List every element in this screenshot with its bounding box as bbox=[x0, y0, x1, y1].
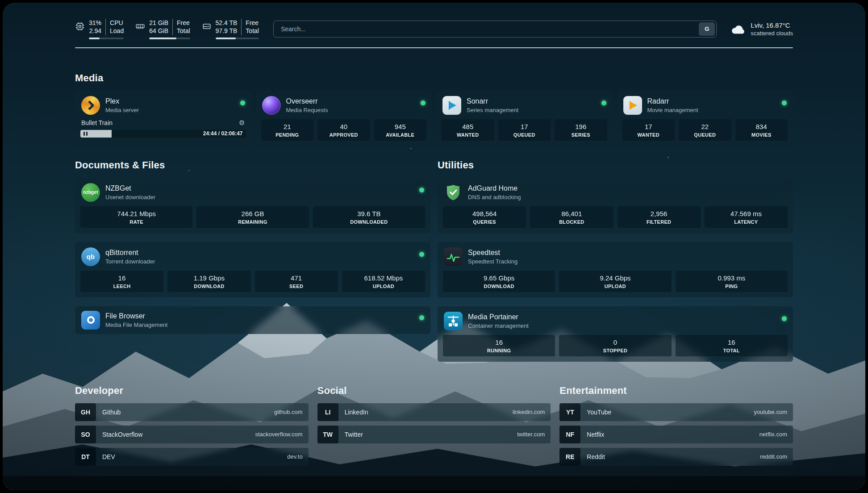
bookmark-name: Reddit bbox=[587, 453, 605, 460]
service-card-overseerr[interactable]: Overseerr Media Requests 21 PENDING bbox=[256, 91, 432, 146]
bookmark-stackoverflow[interactable]: SO StackOverflow stackoverflow.com bbox=[75, 426, 309, 443]
section-utilities: Utilities bbox=[438, 159, 793, 362]
cpu-widget: 31% 2.94 CPU Load bbox=[75, 19, 124, 39]
cpu-percent: 31% bbox=[89, 19, 101, 27]
top-bar: 31% 2.94 CPU Load bbox=[75, 3, 793, 39]
bookmark-name: DEV bbox=[102, 453, 115, 460]
status-dot bbox=[601, 100, 606, 105]
service-subtitle: Series management bbox=[467, 107, 518, 113]
service-card-adguard[interactable]: AdGuard Home DNS and adblocking 498,564 … bbox=[438, 178, 793, 233]
stat-available: 945 AVAILABLE bbox=[374, 119, 427, 141]
disk-label-top: Free bbox=[246, 19, 259, 27]
bookmark-name: LinkedIn bbox=[345, 409, 368, 416]
service-title: Plex bbox=[105, 97, 139, 105]
stat-upload: 618.52 Mbps UPLOAD bbox=[342, 271, 425, 292]
service-title: Speedtest bbox=[468, 249, 517, 257]
section-media: Media Plex Media server bbox=[75, 72, 793, 146]
stat-seed: 471 SEED bbox=[255, 271, 338, 292]
service-card-radarr[interactable]: Radarr Movie management 17 WANTED 2 bbox=[617, 91, 793, 146]
service-title: Radarr bbox=[647, 97, 698, 105]
bookmark-url: linkedin.com bbox=[513, 409, 545, 415]
bookmark-url: github.com bbox=[274, 409, 303, 415]
section-title-developer: Developer bbox=[75, 385, 309, 397]
disk-total: 97.9 TB bbox=[216, 27, 238, 35]
radarr-icon bbox=[623, 96, 642, 115]
pause-icon[interactable] bbox=[83, 132, 88, 136]
service-subtitle: Media File Management bbox=[105, 322, 167, 328]
disk-free: 52.4 TB bbox=[216, 19, 238, 27]
bookmark-twitter[interactable]: TW Twitter twitter.com bbox=[317, 426, 551, 443]
section-title-social: Social bbox=[317, 385, 551, 397]
stat-wanted: 485 WANTED bbox=[442, 119, 494, 141]
section-title-media: Media bbox=[75, 72, 793, 84]
stat-running: 16 RUNNING bbox=[443, 335, 555, 356]
bookmark-reddit[interactable]: RE Reddit reddit.com bbox=[559, 448, 793, 466]
memory-widget: 21 GiB 64 GiB Free Total bbox=[135, 19, 190, 39]
now-playing-row: Bullet Train ⚙ bbox=[80, 119, 246, 130]
service-title: Overseerr bbox=[286, 97, 328, 105]
weather-condition: scattered clouds bbox=[751, 30, 793, 37]
stat-downloaded: 39.6 TB DOWNLOADED bbox=[313, 206, 425, 228]
stat-queued: 22 QUEUED bbox=[679, 119, 731, 141]
bookmark-dev[interactable]: DT DEV dev.to bbox=[75, 448, 309, 466]
cpu-icon bbox=[75, 21, 85, 31]
bookmark-abbr: SO bbox=[75, 426, 96, 443]
service-card-speedtest[interactable]: Speedtest Speedtest Tracking 9.65 Gbps D… bbox=[438, 242, 793, 297]
stat-latency: 47.569 ms LATENCY bbox=[705, 206, 788, 228]
bookmark-youtube[interactable]: YT YouTube youtube.com bbox=[559, 403, 793, 421]
bookmark-url: stackoverflow.com bbox=[255, 431, 302, 438]
stat-rate: 744.21 Mbps RATE bbox=[80, 206, 192, 228]
cloud-icon bbox=[730, 22, 746, 36]
stat-download: 1.19 Gbps DOWNLOAD bbox=[167, 271, 250, 292]
service-title: qBittorrent bbox=[105, 249, 155, 257]
section-title-utilities: Utilities bbox=[438, 159, 793, 171]
bookmark-linkedin[interactable]: LI LinkedIn linkedin.com bbox=[317, 403, 551, 421]
stat-filtered: 2,956 FILTERED bbox=[618, 206, 701, 228]
service-card-nzbget[interactable]: nzbget NZBGet Usenet downloader bbox=[75, 178, 430, 233]
disk-label-bottom: Total bbox=[246, 27, 259, 35]
service-card-qbittorrent[interactable]: qb qBittorrent Torrent downloader bbox=[75, 242, 430, 297]
service-card-portainer[interactable]: Media Portainer Container management 16 … bbox=[438, 306, 793, 362]
stat-wanted: 17 WANTED bbox=[622, 119, 675, 141]
bookmark-url: dev.to bbox=[287, 453, 302, 460]
stat-remaining: 266 GB REMAINING bbox=[196, 206, 309, 228]
now-playing-title: Bullet Train bbox=[81, 119, 113, 126]
cpu-progress bbox=[89, 38, 124, 39]
bookmark-url: twitter.com bbox=[517, 431, 545, 438]
top-divider bbox=[75, 47, 793, 48]
cpu-load: 2.94 bbox=[89, 27, 101, 35]
memory-total: 64 GiB bbox=[149, 27, 168, 35]
section-title-entertainment: Entertainment bbox=[559, 385, 793, 397]
service-subtitle: Media Requests bbox=[286, 107, 328, 113]
playback-progress-bar: 24:44 / 02:06:47 bbox=[80, 130, 246, 138]
bookmark-netflix[interactable]: NF Netflix netflix.com bbox=[559, 426, 793, 443]
bookmark-abbr: NF bbox=[559, 426, 580, 443]
stat-ping: 0.993 ms PING bbox=[676, 271, 788, 292]
service-card-sonarr[interactable]: Sonarr Series management 485 WANTED bbox=[436, 91, 613, 146]
playback-time: 24:44 / 02:06:47 bbox=[203, 130, 243, 137]
service-card-filebrowser[interactable]: File Browser Media File Management bbox=[75, 306, 430, 334]
service-subtitle: Movie management bbox=[647, 107, 698, 113]
status-dot bbox=[782, 316, 787, 321]
search-bar: G bbox=[273, 21, 717, 38]
search-provider-button[interactable]: G bbox=[699, 22, 715, 36]
service-card-plex[interactable]: Plex Media server Bullet Train ⚙ bbox=[75, 91, 251, 146]
bookmark-url: reddit.com bbox=[760, 453, 787, 460]
service-subtitle: Speedtest Tracking bbox=[468, 258, 517, 265]
service-title: NZBGet bbox=[105, 184, 155, 192]
status-dot bbox=[782, 100, 787, 105]
stat-leech: 16 LEECH bbox=[80, 271, 163, 292]
bookmark-group-entertainment: Entertainment YT YouTube youtube.com NF … bbox=[559, 385, 793, 470]
disk-widget: 52.4 TB 97.9 TB Free Total bbox=[202, 19, 259, 39]
memory-label-bottom: Total bbox=[177, 27, 190, 35]
status-dot bbox=[419, 252, 424, 257]
portainer-icon bbox=[444, 312, 463, 330]
gear-icon[interactable]: ⚙ bbox=[239, 119, 245, 126]
bookmark-abbr: DT bbox=[75, 448, 96, 466]
bookmark-abbr: GH bbox=[75, 403, 96, 421]
search-input[interactable] bbox=[275, 25, 699, 33]
bookmark-github[interactable]: GH Github github.com bbox=[75, 403, 309, 421]
bookmark-name: StackOverflow bbox=[102, 431, 142, 438]
bookmark-name: YouTube bbox=[587, 409, 611, 416]
status-dot bbox=[419, 315, 424, 320]
